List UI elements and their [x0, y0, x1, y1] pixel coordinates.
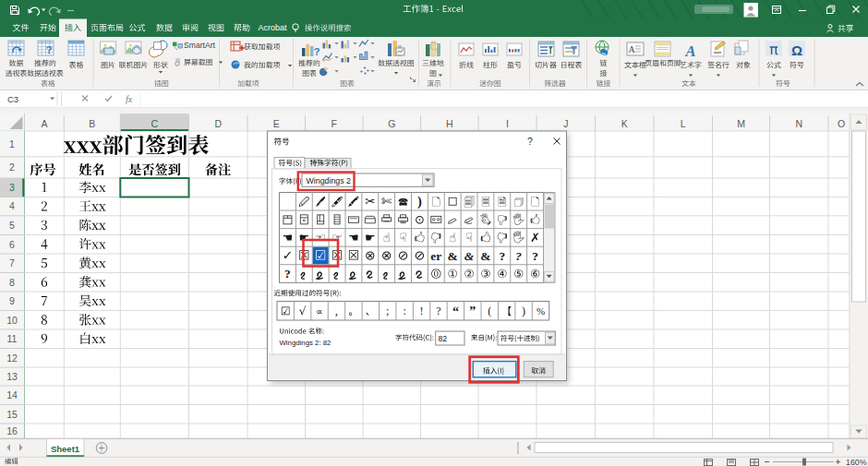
svg-text:15: 15 [6, 409, 18, 420]
svg-text:L: L [681, 118, 686, 129]
svg-text:E: E [273, 118, 280, 129]
svg-text:!: ! [420, 305, 424, 317]
svg-text:A: A [628, 44, 635, 54]
svg-text:?: ? [436, 305, 440, 317]
svg-text:M: M [737, 118, 745, 129]
svg-text:%: % [536, 305, 545, 317]
svg-text:Ω: Ω [791, 42, 802, 58]
svg-text:O: O [838, 118, 845, 129]
svg-text:160%: 160% [846, 458, 867, 466]
svg-text:?: ? [515, 249, 522, 263]
svg-text:D: D [214, 118, 222, 129]
svg-text:&: & [448, 249, 458, 263]
svg-text:?: ? [532, 249, 538, 263]
svg-text:11: 11 [7, 333, 18, 344]
svg-text:1: 1 [9, 138, 15, 149]
svg-text:7: 7 [9, 257, 15, 269]
svg-text:C: C [151, 118, 159, 129]
svg-text:H: H [446, 118, 453, 129]
svg-text:Wingdings 2: 82: Wingdings 2: 82 [280, 339, 332, 347]
svg-text:C3: C3 [7, 94, 18, 104]
svg-text:?: ? [499, 249, 505, 263]
svg-text:K: K [621, 118, 628, 129]
svg-text:&: & [480, 249, 490, 263]
svg-text:?: ? [527, 136, 533, 147]
svg-text:Acrobat: Acrobat [258, 23, 287, 32]
svg-text:14: 14 [6, 389, 18, 400]
svg-text:16: 16 [6, 425, 18, 436]
svg-text:”: ” [469, 305, 476, 318]
svg-text:Wingdings 2: Wingdings 2 [307, 176, 352, 185]
svg-text:6: 6 [9, 239, 15, 250]
svg-text:12: 12 [6, 352, 18, 364]
svg-text:I: I [506, 118, 509, 129]
svg-text:4: 4 [9, 200, 15, 211]
svg-text:B: B [89, 118, 95, 129]
svg-text:F: F [332, 118, 337, 129]
svg-text:&: & [464, 249, 475, 263]
svg-text:SmartArt: SmartArt [184, 41, 216, 50]
svg-text:): ) [417, 194, 422, 209]
svg-text:er: er [430, 249, 441, 263]
svg-text:?: ? [46, 44, 53, 55]
svg-text:3: 3 [9, 182, 15, 193]
svg-text:?: ? [284, 267, 291, 281]
svg-text:fx: fx [126, 94, 133, 104]
svg-text::: : [403, 305, 405, 317]
svg-text:5: 5 [9, 220, 15, 231]
svg-text:A: A [684, 42, 695, 60]
svg-text:(: ( [488, 305, 491, 317]
svg-text:2: 2 [9, 161, 15, 173]
svg-text:13: 13 [6, 371, 18, 382]
svg-text:G: G [388, 118, 395, 129]
svg-text:;: ; [386, 305, 389, 317]
svg-text:,: , [335, 304, 338, 317]
svg-text:A: A [41, 118, 47, 129]
svg-text:Sheet1: Sheet1 [51, 444, 80, 454]
svg-text:?: ? [314, 46, 320, 57]
svg-text:N: N [795, 118, 802, 129]
svg-text:J: J [563, 118, 568, 129]
svg-text:82: 82 [439, 334, 448, 343]
svg-text:8: 8 [9, 277, 15, 288]
svg-text:9: 9 [9, 295, 15, 306]
svg-text:“: “ [452, 305, 459, 318]
svg-text:): ) [522, 305, 525, 317]
svg-text:10: 10 [6, 315, 18, 326]
